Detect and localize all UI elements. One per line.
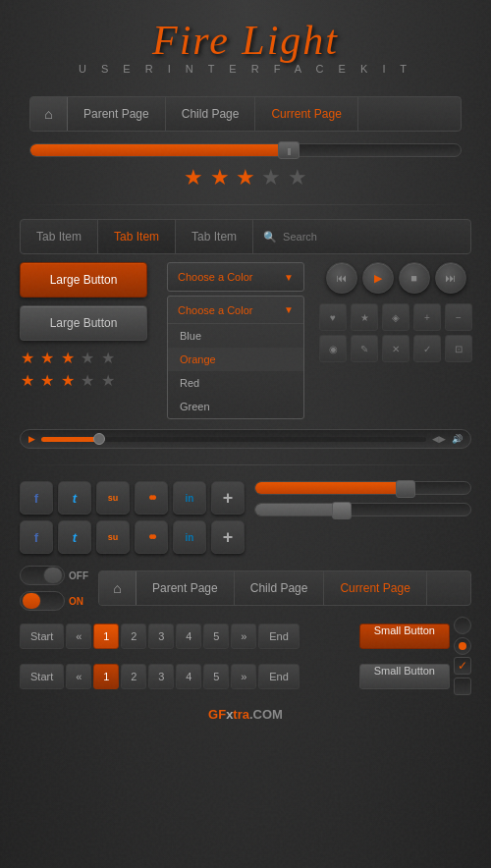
- social-add-2[interactable]: +: [211, 520, 245, 554]
- page-start-2[interactable]: Start: [20, 664, 64, 689]
- breadcrumb-home-btn[interactable]: ⌂: [30, 97, 68, 131]
- tab-item-2[interactable]: Tab Item: [98, 220, 176, 253]
- social-facebook-2[interactable]: f: [20, 520, 53, 554]
- star-5[interactable]: ★: [288, 165, 307, 190]
- star-m3[interactable]: ★: [61, 371, 75, 390]
- dropdown-option-red[interactable]: Red: [168, 371, 303, 395]
- page-2-2[interactable]: 2: [121, 664, 146, 689]
- forward-button[interactable]: ⏭: [435, 262, 466, 294]
- dropdown-1[interactable]: Choose a Color ▼: [167, 262, 304, 292]
- slider-track[interactable]: [29, 143, 462, 157]
- search-input[interactable]: [283, 231, 461, 243]
- social-row-1: f t su •• in +: [20, 481, 245, 515]
- star-m2[interactable]: ★: [40, 371, 54, 390]
- social-twitter-1[interactable]: t: [58, 481, 91, 515]
- progress-play-btn[interactable]: ▶: [28, 434, 35, 444]
- page-next-2[interactable]: »: [231, 664, 256, 689]
- icon-tag[interactable]: ◈: [382, 303, 409, 331]
- radio-1-1[interactable]: [454, 617, 471, 634]
- page-prev-1[interactable]: «: [66, 624, 91, 649]
- social-stumbleupon-1[interactable]: su: [96, 481, 130, 515]
- radio-1-2[interactable]: [454, 637, 471, 655]
- star-l2[interactable]: ★: [40, 349, 54, 367]
- play-button[interactable]: ▶: [362, 262, 394, 294]
- checkbox-2-1[interactable]: ✓: [454, 657, 471, 675]
- star-m4[interactable]: ★: [81, 371, 94, 390]
- slider-thumb-2[interactable]: [396, 480, 415, 498]
- icon-minus[interactable]: −: [445, 303, 472, 331]
- page-5-2[interactable]: 5: [203, 664, 229, 689]
- page-4-1[interactable]: 4: [176, 624, 201, 649]
- icon-edit[interactable]: ✎: [351, 335, 378, 362]
- small-button-2[interactable]: Small Button: [359, 664, 450, 689]
- stop-button[interactable]: ■: [399, 262, 430, 294]
- page-1-1[interactable]: 1: [93, 624, 119, 649]
- large-button-dark[interactable]: Large Button: [20, 305, 147, 341]
- star-m5[interactable]: ★: [101, 371, 115, 390]
- checkbox-2-2[interactable]: [454, 678, 471, 695]
- breadcrumb-bottom-home[interactable]: ⌂: [99, 571, 136, 605]
- icon-check[interactable]: ✓: [413, 335, 441, 362]
- social-flickr-1[interactable]: ••: [135, 481, 168, 515]
- star-1[interactable]: ★: [184, 165, 203, 190]
- icon-rss[interactable]: ◉: [319, 335, 347, 362]
- toggle-off-track[interactable]: [20, 566, 65, 585]
- social-linkedin-2[interactable]: in: [173, 520, 206, 554]
- pagination-row-1: Start « 1 2 3 4 5 » End Small Button: [20, 617, 471, 655]
- breadcrumb-bottom-parent[interactable]: Parent Page: [136, 571, 235, 605]
- page-end-2[interactable]: End: [258, 664, 300, 689]
- icon-star[interactable]: ★: [351, 303, 378, 331]
- star-l1[interactable]: ★: [21, 349, 34, 367]
- icon-heart[interactable]: ♥: [319, 303, 347, 331]
- dropdown-2-header[interactable]: Choose a Color ▼: [168, 297, 303, 324]
- slider-track-2[interactable]: [254, 481, 471, 495]
- star-l5[interactable]: ★: [101, 349, 115, 367]
- page-3-1[interactable]: 3: [148, 624, 174, 649]
- breadcrumb-parent[interactable]: Parent Page: [68, 97, 166, 131]
- large-button-orange[interactable]: Large Button: [20, 262, 147, 298]
- page-5-1[interactable]: 5: [203, 624, 229, 649]
- star-l3[interactable]: ★: [61, 349, 75, 367]
- dropdown-option-blue[interactable]: Blue: [168, 324, 303, 348]
- toggle-on-track[interactable]: [20, 591, 65, 611]
- breadcrumb-bottom-child[interactable]: Child Page: [235, 571, 325, 605]
- dropdown-option-green[interactable]: Green: [168, 395, 303, 418]
- breadcrumb-current[interactable]: Current Page: [255, 97, 357, 131]
- star-3[interactable]: ★: [236, 165, 255, 190]
- slider-thumb-3[interactable]: [332, 502, 352, 519]
- progress-track[interactable]: [41, 437, 426, 442]
- small-button-1[interactable]: Small Button: [359, 624, 450, 649]
- tab-item-3[interactable]: Tab Item: [176, 220, 253, 253]
- page-4-2[interactable]: 4: [176, 664, 201, 689]
- check-mark-2-1: ✓: [458, 660, 467, 672]
- social-add-1[interactable]: +: [211, 481, 245, 515]
- icon-plus[interactable]: +: [413, 303, 441, 331]
- social-facebook-1[interactable]: f: [20, 481, 53, 515]
- star-l4[interactable]: ★: [81, 349, 94, 367]
- page-2-1[interactable]: 2: [121, 624, 146, 649]
- star-4[interactable]: ★: [261, 165, 281, 190]
- page-end-1[interactable]: End: [258, 624, 300, 649]
- slider-thumb[interactable]: [278, 141, 300, 159]
- breadcrumb-child[interactable]: Child Page: [166, 97, 256, 131]
- dropdown-option-orange[interactable]: Orange: [168, 348, 303, 371]
- page-3-2[interactable]: 3: [148, 664, 174, 689]
- page-1-2[interactable]: 1: [93, 664, 119, 689]
- page-prev-2[interactable]: «: [66, 664, 91, 689]
- progress-thumb[interactable]: [93, 433, 105, 445]
- social-linkedin-1[interactable]: in: [173, 481, 206, 515]
- icon-folder[interactable]: ⊡: [445, 335, 472, 362]
- page-start-1[interactable]: Start: [20, 624, 64, 649]
- tab-item-1[interactable]: Tab Item: [21, 220, 98, 253]
- slider-track-3[interactable]: [254, 503, 471, 516]
- social-stumbleupon-2[interactable]: su: [96, 520, 130, 554]
- icon-close[interactable]: ✕: [382, 335, 409, 362]
- star-m1[interactable]: ★: [21, 371, 34, 390]
- page-next-1[interactable]: »: [231, 624, 256, 649]
- social-flickr-2[interactable]: ••: [135, 520, 168, 554]
- breadcrumb-bottom-current[interactable]: Current Page: [324, 571, 426, 605]
- social-twitter-2[interactable]: t: [58, 520, 91, 554]
- rewind-button[interactable]: ⏮: [326, 262, 357, 294]
- progress-volume[interactable]: 🔊: [452, 434, 463, 444]
- star-2[interactable]: ★: [210, 165, 230, 190]
